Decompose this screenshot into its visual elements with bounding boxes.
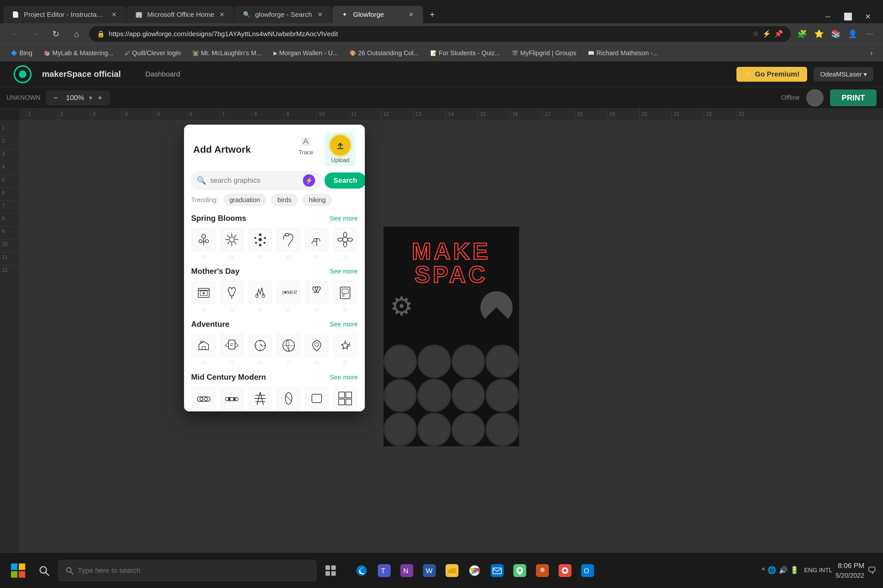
nav-dashboard[interactable]: Dashboard bbox=[140, 68, 185, 81]
profile-button[interactable]: 👤 bbox=[846, 27, 860, 41]
address-bar[interactable]: 🔒 https://app.glowforge.com/designs/7bg1… bbox=[89, 26, 791, 42]
taskbar-photos-icon[interactable] bbox=[532, 560, 553, 581]
tab-close-instructables[interactable]: ✕ bbox=[110, 9, 118, 20]
notification-button[interactable]: 🗨 bbox=[868, 565, 877, 576]
taskbar-search-input[interactable] bbox=[78, 566, 310, 575]
taskbar-search-bar[interactable] bbox=[58, 560, 316, 581]
star-icon[interactable]: ☆ bbox=[753, 30, 759, 38]
bookmark-morgan[interactable]: ▶ Morgan Wallen - U... bbox=[269, 48, 343, 59]
taskbar-teams-icon[interactable]: T bbox=[374, 560, 394, 581]
star-icon[interactable]: ☆ bbox=[314, 358, 319, 366]
star-icon[interactable]: ☆ bbox=[257, 252, 263, 260]
art-item[interactable]: ☆ bbox=[220, 387, 245, 411]
trending-tag-birds[interactable]: birds bbox=[271, 194, 297, 206]
art-item[interactable]: ☆ bbox=[304, 387, 330, 411]
taskbar-word-icon[interactable]: W bbox=[419, 560, 440, 581]
tab-instructables[interactable]: 📄 Project Editor - Instructables ✕ bbox=[3, 6, 126, 23]
see-more-adventure[interactable]: See more bbox=[330, 321, 358, 328]
tray-battery[interactable]: 🔋 bbox=[790, 566, 799, 574]
taskbar-outlook-icon[interactable]: O bbox=[577, 560, 598, 581]
search-button[interactable]: Search bbox=[324, 172, 365, 189]
bookmark-bing[interactable]: 🔷 Bing bbox=[6, 48, 37, 59]
tab-close-office[interactable]: ✕ bbox=[218, 9, 226, 20]
minimize-button[interactable]: ─ bbox=[819, 10, 837, 23]
search-input[interactable] bbox=[210, 176, 299, 185]
star-icon[interactable]: ☆ bbox=[229, 252, 235, 260]
zoom-in-button[interactable]: + bbox=[94, 92, 106, 104]
art-item[interactable]: ☆ bbox=[304, 228, 330, 260]
art-item[interactable]: I♥MOM ☆ bbox=[276, 281, 301, 313]
search-input-wrap[interactable]: 🔍 ⚡ bbox=[191, 171, 321, 189]
user-menu[interactable]: OdeaMSLaser ▾ bbox=[814, 67, 873, 81]
star-icon[interactable]: ☆ bbox=[229, 358, 235, 366]
art-item[interactable]: ☆ bbox=[191, 334, 216, 366]
bookmark-matheson[interactable]: 📖 Richard Matheson -... bbox=[583, 48, 663, 59]
art-item[interactable]: ☆ bbox=[304, 334, 330, 366]
see-more-mothers-day[interactable]: See more bbox=[330, 268, 358, 275]
star-icon[interactable]: ☆ bbox=[257, 358, 263, 366]
art-item[interactable]: ☆ bbox=[333, 228, 358, 260]
taskbar-explorer-icon[interactable] bbox=[442, 560, 462, 581]
premium-button[interactable]: ⚡ Go Premium! bbox=[736, 67, 807, 82]
chevron-down-icon[interactable]: ▾ bbox=[89, 94, 92, 101]
star-icon[interactable]: ☆ bbox=[342, 306, 348, 313]
art-item[interactable]: ☆ bbox=[220, 228, 245, 260]
new-tab-button[interactable]: + bbox=[424, 6, 441, 23]
star-icon[interactable]: ☆ bbox=[286, 306, 292, 313]
bookmarks-more-button[interactable]: › bbox=[867, 47, 877, 59]
trending-tag-graduation[interactable]: graduation bbox=[223, 194, 266, 206]
tab-close-glowforge[interactable]: ✕ bbox=[407, 9, 415, 20]
zoom-out-button[interactable]: − bbox=[50, 92, 61, 104]
taskbar-chrome-icon[interactable] bbox=[464, 560, 485, 581]
art-item[interactable]: ☆ bbox=[191, 281, 216, 313]
start-button[interactable] bbox=[6, 559, 30, 582]
maximize-button[interactable]: ⬜ bbox=[839, 10, 856, 23]
art-item[interactable]: ☆ bbox=[220, 334, 245, 366]
star-icon[interactable]: ☆ bbox=[257, 306, 263, 313]
taskbar-mail-icon[interactable] bbox=[487, 560, 508, 581]
home-button[interactable]: ⌂ bbox=[69, 26, 85, 42]
trending-tag-hiking[interactable]: hiking bbox=[303, 194, 332, 206]
upload-tab[interactable]: Upload bbox=[325, 132, 356, 166]
art-item[interactable]: ☆ bbox=[191, 387, 216, 411]
clock[interactable]: 8:06 PM 5/20/2022 bbox=[835, 561, 864, 580]
star-icon[interactable]: ☆ bbox=[342, 252, 348, 260]
see-more-spring-blooms[interactable]: See more bbox=[330, 215, 358, 222]
art-item[interactable]: ☆ bbox=[276, 228, 301, 260]
art-item[interactable]: ☆ bbox=[247, 334, 273, 366]
extensions-button[interactable]: 🧩 bbox=[795, 27, 810, 41]
star-icon[interactable]: ☆ bbox=[342, 358, 348, 366]
bookmark-students[interactable]: 📝 For Students - Quiz... bbox=[426, 48, 505, 59]
bookmark-quill[interactable]: 🖊 Quill/Clever login bbox=[120, 48, 185, 59]
art-item[interactable]: ☆ bbox=[276, 387, 301, 411]
art-item[interactable]: ☆ bbox=[333, 387, 358, 411]
tab-office[interactable]: 🏢 Microsoft Office Home ✕ bbox=[127, 6, 234, 23]
bolt-icon[interactable]: ⚡ bbox=[303, 174, 315, 187]
taskbar-edge-icon[interactable] bbox=[351, 560, 372, 581]
art-item[interactable]: ☆ bbox=[333, 334, 358, 366]
art-item[interactable]: ☆ bbox=[247, 281, 273, 313]
art-item[interactable]: ☆ bbox=[220, 281, 245, 313]
tab-close-search[interactable]: ✕ bbox=[316, 9, 324, 20]
taskbar-maps-icon[interactable] bbox=[510, 560, 530, 581]
taskbar-onenote-icon[interactable]: N bbox=[396, 560, 417, 581]
bookmark-flipgrid[interactable]: 🎬 MyFlipgrid | Groups bbox=[507, 48, 581, 59]
bookmark-mclaughlin[interactable]: 👨‍🏫 Mr. McLaughlin's M... bbox=[188, 48, 266, 59]
art-item[interactable]: ☆ bbox=[247, 228, 273, 260]
reload-button[interactable]: ↻ bbox=[48, 26, 64, 42]
trace-tab[interactable]: Trace bbox=[294, 132, 318, 166]
star-icon[interactable]: ☆ bbox=[314, 252, 319, 260]
star-icon[interactable]: ☆ bbox=[201, 306, 207, 313]
star-icon[interactable]: ☆ bbox=[286, 252, 292, 260]
task-view-button[interactable] bbox=[320, 560, 341, 581]
extension-icon[interactable]: ⚡ bbox=[762, 30, 771, 38]
circle-action-button[interactable] bbox=[806, 89, 824, 106]
star-icon[interactable]: ☆ bbox=[286, 358, 292, 366]
back-button[interactable]: ← bbox=[6, 26, 22, 42]
star-icon[interactable]: ☆ bbox=[229, 306, 235, 313]
star-icon[interactable]: ☆ bbox=[314, 306, 319, 313]
art-item[interactable]: ☆ bbox=[304, 281, 330, 313]
collection-icon[interactable]: 📌 bbox=[774, 30, 783, 38]
tab-glowforge[interactable]: ✦ Glowforge ✕ bbox=[333, 6, 423, 23]
bookmark-mylab[interactable]: 📚 MyLab & Mastering... bbox=[39, 48, 118, 59]
